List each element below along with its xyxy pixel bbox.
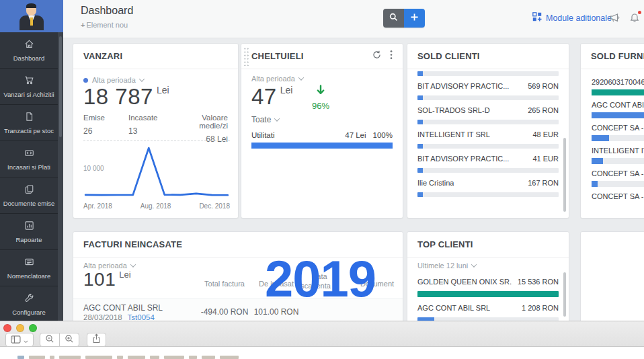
cheltuieli-period-select[interactable]: Alta perioada bbox=[251, 75, 303, 83]
list-item[interactable]: SOL-TRADOS SRL-D265 RON bbox=[417, 106, 559, 114]
dashboard-app: Dashboard Vanzari si Achizitii Tranzacti… bbox=[0, 0, 644, 321]
progress-fill bbox=[592, 181, 598, 187]
list-item[interactable]: AGC CONT ABIL SRL1 208 RON bbox=[417, 304, 559, 312]
list-item[interactable]: INTELLIGENT IT SRL bbox=[592, 147, 644, 155]
list-item[interactable]: CONCEPT SA - Gest... bbox=[592, 192, 644, 200]
user-avatar[interactable] bbox=[0, 0, 63, 32]
card-sold-furnizori-header: SOLD FURNIZORI bbox=[581, 44, 644, 69]
minimize-window-button[interactable] bbox=[16, 324, 24, 332]
list-item[interactable]: INTELLIGENT IT SRL48 EUR bbox=[417, 130, 559, 138]
progress-track bbox=[417, 192, 559, 197]
year-watermark: 2019 bbox=[265, 253, 376, 305]
sidebar-item-label: Incasari si Plati bbox=[7, 163, 50, 171]
zoom-window-button[interactable] bbox=[29, 324, 37, 332]
search-icon bbox=[389, 12, 399, 25]
progress-fill bbox=[417, 120, 423, 124]
modules-link[interactable]: Module aditionale bbox=[532, 12, 612, 24]
kebab-menu-icon[interactable] bbox=[390, 50, 393, 63]
sidebar-nav: Dashboard Vanzari si Achizitii Tranzacti… bbox=[0, 32, 58, 321]
list-item[interactable]: BIT ADVISORY PRACTIC...41 EUR bbox=[417, 155, 559, 163]
notifications-button[interactable] bbox=[629, 12, 640, 26]
sold-furnizori-list: 2920603170046 AGC CONT ABIL SRL CONCEPT … bbox=[592, 69, 644, 200]
list-scrollbar[interactable] bbox=[563, 138, 566, 212]
macos-window-chrome bbox=[0, 321, 644, 347]
list-item[interactable]: Ilie Cristina167 RON bbox=[417, 179, 559, 187]
traffic-lights bbox=[3, 324, 37, 332]
preview-toolbar bbox=[5, 333, 106, 347]
invoice-client: AGC CONT ABIL SRL bbox=[83, 303, 163, 313]
search-button[interactable] bbox=[383, 9, 404, 28]
list-item[interactable]: 2920603170046 bbox=[592, 78, 644, 86]
facturi-total: 101Lei bbox=[83, 270, 131, 289]
currency-label: Lei bbox=[157, 85, 169, 95]
progress-track bbox=[592, 158, 644, 164]
sidebar-scrollbar-thumb[interactable] bbox=[59, 36, 62, 137]
top-header: Dashboard +Element nou Module aditionale bbox=[63, 0, 644, 38]
card-top-clienti-header: TOP CLIENTI bbox=[407, 232, 569, 257]
notification-badge-dot bbox=[638, 11, 641, 14]
sidebar-item-incasari-plati[interactable]: Incasari si Plati bbox=[0, 141, 58, 177]
bell-icon bbox=[629, 12, 640, 26]
add-button[interactable] bbox=[404, 9, 425, 28]
card-title: SOLD CLIENTI bbox=[417, 51, 480, 61]
sidebar-item-label: Configurare bbox=[12, 309, 46, 316]
sidebar-item-documente-emise[interactable]: Documente emise bbox=[0, 177, 58, 214]
arrow-down-icon bbox=[315, 86, 326, 97]
sidebar-item-tranzactii-stoc[interactable]: Tranzactii pe stoc bbox=[0, 105, 58, 141]
refresh-icon[interactable] bbox=[372, 50, 382, 63]
new-element-button[interactable]: +Element nou bbox=[81, 21, 128, 29]
sidebar-item-nomenclatoare[interactable]: Nomenclatoare bbox=[0, 250, 58, 286]
sidebar-item-label: Rapoarte bbox=[15, 236, 42, 243]
sidebar: Dashboard Vanzari si Achizitii Tranzacti… bbox=[0, 0, 63, 321]
close-window-button[interactable] bbox=[3, 324, 11, 332]
drag-handle-icon[interactable] bbox=[243, 47, 249, 66]
progress-track bbox=[592, 89, 644, 95]
zoom-out-button[interactable] bbox=[40, 333, 60, 347]
announcements-button[interactable] bbox=[608, 12, 620, 26]
magnifier-plus-icon bbox=[65, 334, 74, 346]
card-sold-clienti-header: SOLD CLIENTI bbox=[407, 44, 569, 69]
chevron-down-icon bbox=[139, 76, 145, 81]
modules-grid-icon bbox=[532, 12, 542, 24]
progress-track bbox=[592, 135, 644, 141]
period-dot-icon bbox=[83, 78, 88, 83]
progress-track bbox=[592, 181, 644, 187]
progress-track bbox=[417, 71, 559, 76]
list-item[interactable]: BIT ADVISORY PRACTIC...569 RON bbox=[417, 82, 559, 90]
progress-fill bbox=[417, 95, 423, 100]
page-title: Dashboard bbox=[81, 5, 133, 17]
card-vanzari-header: VANZARI bbox=[73, 44, 238, 69]
zoom-in-button[interactable] bbox=[59, 333, 79, 347]
top-clienti-period-select[interactable]: Ultimele 12 luni bbox=[417, 262, 559, 270]
card-empty bbox=[580, 231, 644, 321]
progress-track bbox=[417, 168, 559, 173]
vanzari-period-select[interactable]: Alta perioada bbox=[83, 76, 144, 84]
breakdown-bar bbox=[251, 143, 393, 149]
modules-label: Module aditionale bbox=[546, 13, 612, 23]
sidebar-item-dashboard[interactable]: Dashboard bbox=[0, 32, 58, 69]
list-item[interactable]: GOLDEN QUEEN ONIX SR...15 536 RON bbox=[417, 278, 559, 286]
cheltuieli-filter-select[interactable]: Toate bbox=[251, 115, 279, 124]
sidebar-item-rapoarte[interactable]: Rapoarte bbox=[0, 214, 58, 250]
list-scrollbar[interactable] bbox=[563, 272, 566, 317]
list-item[interactable]: AGC CONT ABIL SRL bbox=[592, 101, 644, 109]
chevron-down-icon bbox=[130, 262, 136, 267]
progress-fill bbox=[592, 135, 609, 141]
card-vanzari: VANZARI Alta perioada 18 787Lei Emise 26… bbox=[73, 43, 239, 218]
sidebar-item-vanzari-achizitii[interactable]: Vanzari si Achizitii bbox=[0, 69, 58, 105]
sidebar-scrollbar[interactable] bbox=[58, 32, 63, 321]
chart-x-ticks: Apr. 2018 Aug. 2018 Dec. 2018 bbox=[83, 202, 230, 210]
sidebar-item-label: Nomenclatoare bbox=[7, 272, 50, 280]
list-item[interactable]: CONCEPT SA - Gest... bbox=[592, 169, 644, 177]
sidebar-item-configurare[interactable]: Configurare bbox=[0, 286, 58, 321]
invoice-doc-link[interactable]: Tst0054 bbox=[128, 313, 155, 321]
avatar-tie bbox=[30, 17, 33, 26]
list-item[interactable]: CONCEPT SA - Gest... bbox=[592, 124, 644, 132]
cheltuieli-total: 47Lei bbox=[251, 85, 292, 108]
chart-line bbox=[85, 148, 228, 195]
card-title: VANZARI bbox=[83, 51, 122, 61]
share-button[interactable] bbox=[87, 333, 106, 347]
invoice-de-incasat: 101.00 RON bbox=[254, 307, 299, 317]
card-sold-furnizori: SOLD FURNIZORI 2920603170046 AGC CONT AB… bbox=[580, 43, 644, 218]
sidebar-view-button[interactable] bbox=[5, 333, 34, 347]
